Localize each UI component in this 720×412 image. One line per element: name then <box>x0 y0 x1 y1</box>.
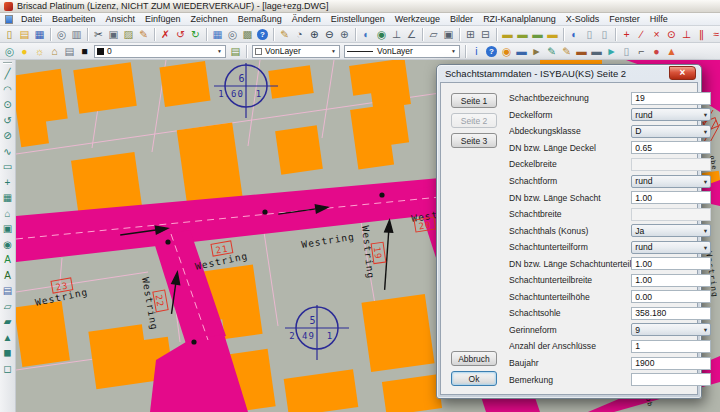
print-preview-icon[interactable]: ◎ <box>54 27 69 42</box>
layer-plot-icon[interactable]: ▤ <box>62 44 77 59</box>
building[interactable] <box>177 122 244 209</box>
clip-icon[interactable]: ▱ <box>426 27 441 42</box>
baujahr-input[interactable] <box>631 357 711 370</box>
view-icon[interactable]: ◉ <box>374 27 389 42</box>
layer-on-icon[interactable]: ● <box>17 44 32 59</box>
rzi-select-icon[interactable]: ► <box>529 44 544 59</box>
text-icon[interactable]: A <box>1 252 15 268</box>
draw-table-icon[interactable]: ▦ <box>1 190 15 206</box>
orbit-icon[interactable]: ◔ <box>292 27 307 42</box>
rzi-flow-icon[interactable]: ► <box>604 44 619 59</box>
rzi-truck-icon[interactable]: ▬ <box>514 44 529 59</box>
info-icon[interactable]: i <box>469 44 484 59</box>
zoom-extents-icon[interactable]: ⊕ <box>337 27 352 42</box>
menu--ndern[interactable]: Ändern <box>287 14 326 24</box>
gerinneform-select[interactable]: 9▼ <box>631 323 711 336</box>
seite-3-button[interactable]: Seite 3 <box>451 133 497 148</box>
building[interactable] <box>16 301 70 367</box>
schachtbezeichnung-input[interactable] <box>631 92 711 105</box>
rzi-clip-icon[interactable]: ▯ <box>619 44 634 59</box>
draw-line-icon[interactable]: ╱ <box>1 66 15 82</box>
redo-icon[interactable]: ↻ <box>188 27 203 42</box>
ucs-icon[interactable]: ⊥ <box>389 27 404 42</box>
abbruch-button[interactable]: Abbruch <box>451 351 497 366</box>
layer-lock-icon[interactable]: ⌂ <box>47 44 62 59</box>
draw-rotate-icon[interactable]: ↺ <box>1 113 15 129</box>
menu-datei[interactable]: Datei <box>16 14 47 24</box>
building[interactable] <box>159 61 210 107</box>
draw-point-icon[interactable]: + <box>1 175 15 191</box>
mtext-icon[interactable]: A <box>1 268 15 284</box>
menu-einstellungen[interactable]: Einstellungen <box>326 14 390 24</box>
rzi-vehicles-icon[interactable]: ▬ <box>574 44 589 59</box>
undo-icon[interactable]: ↺ <box>173 27 188 42</box>
toolbar-grip[interactable] <box>3 62 12 64</box>
menu-ansicht[interactable]: Ansicht <box>101 14 141 24</box>
snap-center-icon[interactable]: ⊙ <box>664 27 679 42</box>
draw-rectangle-icon[interactable]: ▭ <box>1 159 15 175</box>
node-dot[interactable] <box>191 339 196 344</box>
snap-tangent-icon[interactable]: ≈ <box>709 27 720 42</box>
draw-polygon-icon[interactable]: ⌂ <box>1 206 15 222</box>
print-icon[interactable]: ▥ <box>69 27 84 42</box>
rzi-sketch-icon[interactable]: ✎ <box>544 44 559 59</box>
menu-rzi-kanalplanung[interactable]: RZI-Kanalplanung <box>478 14 561 24</box>
schachtunterteilform-select[interactable]: rund▼ <box>631 241 711 254</box>
menu-bema-ung[interactable]: Bemaßung <box>233 14 287 24</box>
abdeckungsklasse-select[interactable]: D▼ <box>631 125 711 138</box>
menu-werkzeuge[interactable]: Werkzeuge <box>390 14 445 24</box>
schachthals-konus-select[interactable]: Ja▼ <box>631 224 711 237</box>
layers-manager-icon[interactable]: ▤ <box>228 44 243 59</box>
drawing-file-icon[interactable] <box>5 15 13 24</box>
snap-intersection-icon[interactable]: × <box>649 27 664 42</box>
erase-icon[interactable]: ✗ <box>158 27 173 42</box>
group-1-icon[interactable]: ▱ <box>1 299 15 315</box>
save-icon[interactable]: ▦ <box>32 27 47 42</box>
help-icon[interactable]: ? <box>257 29 268 40</box>
layer-tool-4-icon[interactable]: ▬ <box>545 27 560 42</box>
rzi-help-icon[interactable]: ? <box>486 46 497 57</box>
rzi-settings-icon[interactable]: ◉ <box>499 44 514 59</box>
rzi-extra-icon[interactable]: ▲ <box>664 44 679 59</box>
zoom-out-icon[interactable]: ⊖ <box>322 27 337 42</box>
node-dot[interactable] <box>262 209 267 214</box>
menu-fenster[interactable]: Fenster <box>604 14 645 24</box>
schachtunterteilbreite-input[interactable] <box>631 274 711 287</box>
group-3-icon[interactable]: ▲ <box>1 330 15 346</box>
plot-icon[interactable]: ▯ <box>597 27 612 42</box>
layer-select[interactable]: 0 ▼ <box>94 45 226 58</box>
render-icon[interactable]: ▩ <box>240 27 255 42</box>
menu-x-solids[interactable]: X-Solids <box>561 14 605 24</box>
layer-explore-icon[interactable]: ◎ <box>2 44 17 59</box>
draw-ellipse-icon[interactable]: ⊘ <box>1 128 15 144</box>
rzi-bus-icon[interactable]: ▬ <box>589 44 604 59</box>
building[interactable] <box>361 294 434 372</box>
group-4-icon[interactable]: ◼ <box>1 345 15 361</box>
dialog-titlebar[interactable]: Schachtstammdaten - ISYBAU(KS) Seite 2 × <box>437 65 701 82</box>
dn-laenge-schachtunterteil-input[interactable] <box>631 257 711 270</box>
layers-copy-icon[interactable]: ▤ <box>1 283 15 299</box>
pan-icon[interactable]: ◐ <box>359 27 374 42</box>
snap-nearest-icon[interactable]: ∕ <box>634 27 649 42</box>
close-button[interactable]: × <box>669 66 696 80</box>
dn-laenge-schacht-input[interactable] <box>631 191 711 204</box>
anzahl-anschluesse-input[interactable] <box>631 340 711 353</box>
image-icon[interactable]: ▦ <box>210 27 225 42</box>
schachtunterteilhoehe-input[interactable] <box>631 290 711 303</box>
page-setup-icon[interactable]: ▯ <box>582 27 597 42</box>
linetype-select[interactable]: VonLayer ▼ <box>344 45 460 58</box>
draw-region-icon[interactable]: ▣ <box>1 221 15 237</box>
draw-arc-icon[interactable]: ◠ <box>1 82 15 98</box>
snap-endpoint-icon[interactable]: + <box>619 27 634 42</box>
match-properties-icon[interactable]: ✎ <box>136 27 151 42</box>
draw-circle-icon[interactable]: ⊙ <box>1 97 15 113</box>
building[interactable] <box>73 62 137 114</box>
layer-tool-3-icon[interactable]: ▬ <box>530 27 545 42</box>
menu-bearbeiten[interactable]: Bearbeiten <box>47 14 101 24</box>
menu-einf-gen[interactable]: Einfügen <box>140 14 186 24</box>
dn-laenge-deckel-input[interactable] <box>631 141 711 154</box>
schachtsohle-input[interactable] <box>631 307 711 320</box>
menu-bilder[interactable]: Bilder <box>445 14 478 24</box>
cut-icon[interactable]: ✂ <box>91 27 106 42</box>
zoom-document-icon[interactable]: ◎ <box>225 27 240 42</box>
